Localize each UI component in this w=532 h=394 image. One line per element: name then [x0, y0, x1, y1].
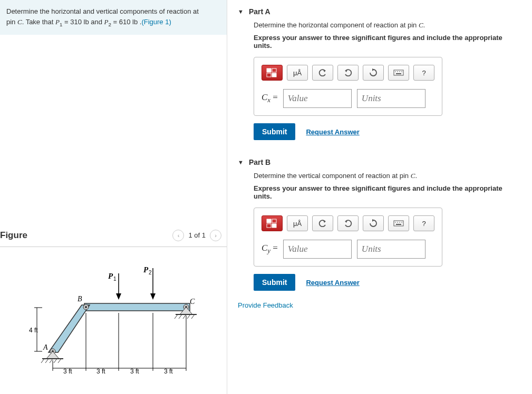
svg-rect-47 [267, 68, 271, 72]
keyboard-button[interactable] [388, 65, 409, 81]
svg-text:3 ft: 3 ft [63, 368, 72, 375]
svg-line-20 [54, 359, 57, 363]
part-a-title: Part A [249, 7, 270, 16]
svg-point-69 [397, 222, 398, 223]
figure-title: Figure [0, 230, 27, 241]
svg-line-31 [191, 314, 195, 319]
keyboard-button[interactable] [388, 215, 409, 231]
svg-line-17 [41, 359, 44, 363]
part-b-request-link[interactable]: Request Answer [306, 279, 359, 287]
part-a-bold: Express your answer to three significant… [254, 34, 521, 50]
part-a-units-input[interactable] [357, 89, 425, 108]
figure-header: Figure ‹ 1 of 1 › [0, 230, 227, 247]
var-c: C [17, 18, 22, 26]
part-b-bold: Express your answer to three significant… [254, 184, 521, 200]
part-b-body: Determine the vertical component of reac… [238, 172, 521, 291]
svg-rect-62 [267, 224, 271, 228]
provide-feedback-link[interactable]: Provide Feedback [238, 301, 521, 309]
prev-figure-button[interactable]: ‹ [172, 230, 184, 241]
svg-text:4 ft: 4 ft [29, 327, 38, 334]
svg-point-56 [397, 71, 398, 72]
help-button[interactable]: ? [413, 215, 434, 231]
part-a-body: Determine the horizontal component of re… [238, 21, 521, 140]
svg-rect-8 [84, 303, 190, 311]
part-b-header[interactable]: ▼ Part B [238, 151, 521, 172]
part-a-request-link[interactable]: Request Answer [306, 128, 359, 136]
svg-line-19 [50, 359, 53, 363]
svg-line-30 [187, 314, 190, 319]
part-b-answer-line: Cy = [262, 240, 434, 259]
prompt-text: Determine the horizontal and vertical co… [6, 7, 199, 15]
reset-button[interactable] [363, 215, 384, 231]
svg-rect-50 [272, 73, 276, 77]
part-b-toolbar: μÅ ? [262, 215, 434, 231]
svg-point-11 [85, 306, 87, 308]
svg-text:P: P [143, 265, 149, 274]
svg-point-68 [395, 222, 396, 223]
svg-rect-48 [272, 68, 276, 72]
next-figure-button[interactable]: › [210, 230, 221, 241]
svg-text:3 ft: 3 ft [130, 368, 139, 375]
svg-rect-61 [272, 219, 276, 223]
eq1: = 310 lb [62, 18, 89, 26]
units-button[interactable]: μÅ [287, 215, 308, 231]
svg-text:B: B [78, 295, 82, 303]
collapse-icon: ▼ [238, 8, 244, 15]
svg-rect-72 [396, 224, 401, 225]
part-a-value-input[interactable] [283, 89, 352, 108]
figure-nav: ‹ 1 of 1 › [172, 230, 221, 241]
svg-line-21 [58, 359, 61, 363]
templates-button[interactable] [262, 215, 283, 231]
templates-button[interactable] [262, 65, 283, 81]
var-p2: P [104, 18, 109, 26]
prompt-text: . Take that [22, 18, 55, 26]
prompt-text: pin [6, 18, 17, 26]
part-b-submit-row: Submit Request Answer [254, 274, 521, 291]
svg-text:3 ft: 3 ft [164, 368, 173, 375]
units-button[interactable]: μÅ [287, 65, 308, 81]
svg-text:3 ft: 3 ft [96, 368, 105, 375]
figure-link[interactable]: (Figure 1) [141, 18, 171, 26]
svg-marker-5 [150, 293, 156, 300]
svg-text:2: 2 [149, 270, 152, 275]
reset-button[interactable] [363, 65, 384, 81]
redo-button[interactable] [337, 215, 359, 231]
part-a-instruction: Determine the horizontal component of re… [254, 21, 521, 29]
part-b-submit-button[interactable]: Submit [254, 274, 295, 291]
svg-text:C: C [190, 298, 195, 306]
svg-point-58 [401, 71, 402, 72]
svg-rect-54 [394, 70, 403, 75]
part-b-units-input[interactable] [357, 240, 425, 259]
help-button[interactable]: ? [413, 65, 434, 81]
part-a-header[interactable]: ▼ Part A [238, 0, 521, 21]
left-panel: Determine the horizontal and vertical co… [0, 0, 227, 394]
part-a-answer-line: Cx = [262, 89, 434, 108]
eq2: = 610 lb . [111, 18, 141, 26]
undo-button[interactable] [312, 65, 333, 81]
svg-line-28 [179, 314, 182, 319]
problem-prompt: Determine the horizontal and vertical co… [0, 0, 227, 35]
svg-point-57 [399, 71, 400, 72]
figure-section: Figure ‹ 1 of 1 › P1 P2 [0, 230, 227, 394]
svg-line-27 [175, 314, 178, 319]
part-a-var: Cx = [262, 92, 278, 104]
svg-point-71 [401, 222, 402, 223]
svg-line-18 [45, 359, 49, 363]
svg-text:A: A [43, 343, 48, 351]
svg-point-70 [399, 222, 400, 223]
part-a-answer-box: μÅ ? Cx = [254, 57, 442, 116]
part-b-title: Part B [249, 158, 270, 166]
undo-button[interactable] [312, 215, 333, 231]
svg-text:1: 1 [113, 276, 117, 282]
svg-rect-59 [396, 73, 401, 74]
part-b-answer-box: μÅ ? Cy = [254, 208, 442, 267]
and: and [89, 18, 104, 26]
part-b-instruction: Determine the vertical component of reac… [254, 172, 521, 180]
svg-rect-49 [267, 73, 271, 77]
figure-diagram: P1 P2 B A [0, 247, 227, 394]
part-a-submit-button[interactable]: Submit [254, 123, 295, 140]
part-b-value-input[interactable] [283, 240, 352, 259]
redo-button[interactable] [337, 65, 359, 81]
var-p1: P [55, 18, 60, 26]
figure-counter: 1 of 1 [188, 231, 206, 239]
